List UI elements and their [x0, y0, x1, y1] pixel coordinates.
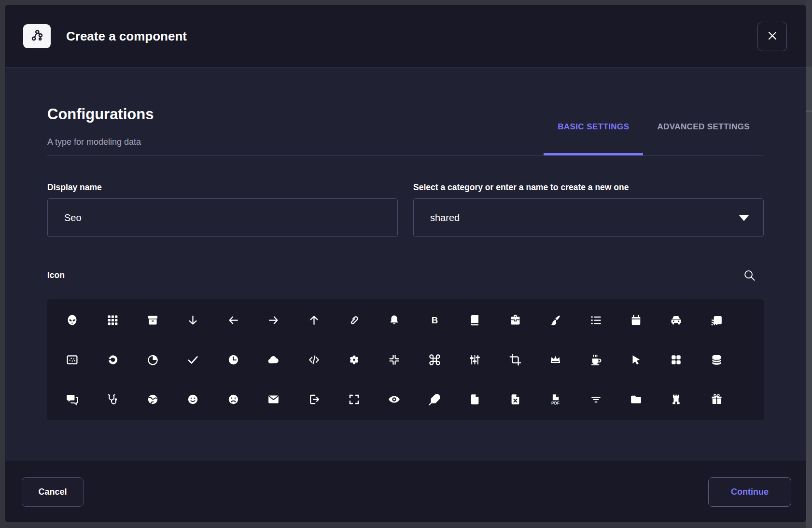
create-component-modal: Create a component Configurations A type…	[5, 5, 806, 522]
icon-option-eye[interactable]	[374, 380, 414, 420]
icon-option-arrow-right[interactable]	[253, 301, 294, 341]
icon-option-file-pdf[interactable]: PDF	[535, 380, 575, 420]
database-icon	[710, 353, 723, 368]
code-icon	[308, 353, 321, 368]
icon-option-emotion-unhappy[interactable]	[213, 380, 253, 420]
file-icon	[468, 393, 481, 407]
icon-option-filter[interactable]	[575, 380, 616, 420]
search-icon	[743, 269, 756, 283]
icon-option-attachment[interactable]	[334, 301, 374, 341]
icon-option-arrow-up[interactable]	[294, 301, 334, 341]
icon-option-doctor[interactable]	[92, 380, 132, 420]
icon-option-chart-pie[interactable]	[133, 341, 173, 380]
category-select[interactable]: shared	[413, 198, 764, 237]
icon-option-emotion-happy[interactable]	[173, 380, 213, 420]
chevron-down-icon	[739, 215, 749, 221]
icon-option-book[interactable]	[455, 301, 495, 341]
icon-option-email[interactable]	[253, 380, 294, 420]
icon-option-code[interactable]	[294, 341, 334, 380]
icon-option-exit[interactable]	[294, 380, 334, 420]
category-select-value: shared	[430, 212, 460, 223]
search-icon-button[interactable]	[741, 267, 758, 285]
file-error-icon	[509, 393, 522, 407]
bell-icon	[388, 314, 401, 328]
feather-icon	[428, 393, 441, 407]
icon-option-car[interactable]	[656, 301, 696, 341]
icon-option-discuss[interactable]	[52, 380, 92, 420]
icon-option-alien[interactable]	[52, 301, 92, 341]
icon-option-calendar[interactable]	[616, 301, 656, 341]
cancel-button[interactable]: Cancel	[22, 477, 84, 507]
cloud-icon	[267, 353, 280, 368]
icon-option-chart-bubble[interactable]	[52, 341, 92, 380]
icon-option-bell[interactable]	[374, 301, 414, 341]
icon-option-bullet-list[interactable]	[575, 301, 616, 341]
icon-option-dashboard[interactable]	[656, 341, 696, 380]
tab-advanced-settings[interactable]: ADVANCED SETTINGS	[643, 122, 764, 155]
icon-option-arrow-left[interactable]	[213, 301, 253, 341]
calendar-icon	[630, 314, 643, 328]
icon-option-arrow-down[interactable]	[173, 301, 213, 341]
component-icon	[29, 28, 45, 45]
arrow-right-icon	[267, 314, 280, 328]
bullet-list-icon	[589, 314, 602, 328]
icon-option-earth[interactable]	[133, 380, 173, 420]
icon-option-clock[interactable]	[213, 341, 253, 380]
modal-header: Create a component	[5, 5, 806, 68]
discuss-icon	[66, 393, 79, 407]
attachment-icon	[348, 314, 361, 328]
car-icon	[670, 314, 683, 328]
page-backdrop-panel	[806, 67, 812, 528]
icon-option-cast[interactable]	[697, 301, 737, 341]
icon-option-cup[interactable]	[575, 341, 616, 380]
controls-icon	[468, 353, 481, 368]
icon-option-chart-circle[interactable]	[92, 341, 132, 380]
icon-option-gift[interactable]	[697, 380, 737, 420]
icon-option-bold[interactable]: B	[415, 301, 455, 341]
icon-option-briefcase[interactable]	[495, 301, 535, 341]
icon-option-crown[interactable]	[535, 341, 575, 380]
icon-option-command[interactable]	[415, 341, 455, 380]
close-button[interactable]	[757, 22, 787, 51]
page-title: Configurations	[47, 105, 154, 124]
cast-icon	[710, 314, 723, 328]
icon-option-cursor[interactable]	[616, 341, 656, 380]
gift-icon	[710, 393, 723, 407]
folder-icon	[630, 393, 643, 407]
icon-option-collapse[interactable]	[374, 341, 414, 380]
icon-option-file[interactable]	[455, 380, 495, 420]
icon-option-castle[interactable]	[656, 380, 696, 420]
icon-option-crop[interactable]	[495, 341, 535, 380]
icon-grid: BPDF	[47, 299, 764, 420]
icon-option-expand[interactable]	[334, 380, 374, 420]
icon-option-cloud[interactable]	[253, 341, 294, 380]
icon-option-feather[interactable]	[415, 380, 455, 420]
briefcase-icon	[509, 314, 522, 328]
cup-icon	[589, 353, 602, 368]
display-name-input[interactable]	[47, 198, 398, 237]
icon-option-cog[interactable]	[334, 341, 374, 380]
icon-option-brush[interactable]	[535, 301, 575, 341]
tab-basic-settings[interactable]: BASIC SETTINGS	[544, 122, 643, 155]
svg-text:PDF: PDF	[551, 401, 560, 405]
icon-option-database[interactable]	[697, 341, 737, 380]
icon-option-apps[interactable]	[92, 301, 132, 341]
eye-icon	[388, 393, 401, 407]
svg-text:B: B	[432, 315, 438, 325]
continue-button[interactable]: Continue	[708, 477, 791, 507]
file-pdf-icon: PDF	[549, 393, 562, 407]
expand-icon	[348, 393, 361, 407]
doctor-icon	[106, 393, 119, 407]
component-icon-badge	[23, 24, 51, 48]
icon-option-folder[interactable]	[616, 380, 656, 420]
icon-option-file-error[interactable]	[495, 380, 535, 420]
brush-icon	[549, 314, 562, 328]
page-backdrop-divider	[806, 111, 812, 112]
crown-icon	[549, 353, 562, 368]
icon-option-check[interactable]	[173, 341, 213, 380]
settings-tabs: BASIC SETTINGS ADVANCED SETTINGS	[544, 122, 764, 155]
icon-option-controls[interactable]	[455, 341, 495, 380]
earth-icon	[146, 393, 159, 407]
command-icon	[428, 353, 441, 368]
icon-option-archive[interactable]	[133, 301, 173, 341]
